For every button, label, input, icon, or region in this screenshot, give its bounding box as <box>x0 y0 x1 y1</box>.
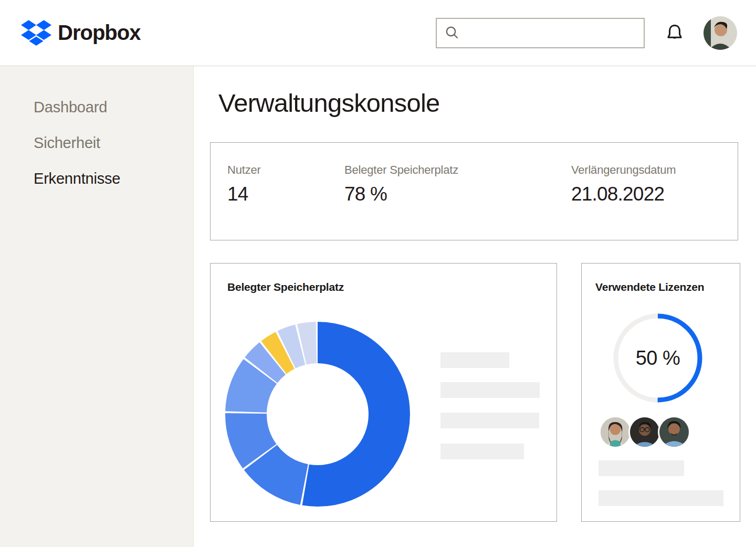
member-avatar-image <box>630 417 659 447</box>
account-avatar-image <box>704 16 737 50</box>
legend-placeholder-bar <box>440 444 524 459</box>
main-content: Verwaltungskonsole Nutzer 14 Belegter Sp… <box>194 66 756 547</box>
storage-card-title: Belegter Speicherplatz <box>227 281 344 293</box>
stat-storage-label: Belegter Speicherplatz <box>344 163 571 177</box>
sidebar-nav: Dashboard Sicherheit Erkenntnisse <box>0 66 194 547</box>
search-icon <box>444 25 460 41</box>
member-avatar <box>658 416 690 448</box>
cards-row: Belegter Speicherplatz Verwendete Lizenz… <box>210 263 740 522</box>
licenses-card: Verwendete Lizenzen 50 % <box>581 263 740 522</box>
body-row: Dashboard Sicherheit Erkenntnisse Verwal… <box>0 66 756 547</box>
member-avatar-image <box>659 417 689 447</box>
stat-users-label: Nutzer <box>227 163 344 177</box>
member-avatar <box>599 416 632 448</box>
licenses-percent-label: 50 % <box>612 312 704 404</box>
licenses-card-title: Verwendete Lizenzen <box>595 281 704 293</box>
member-avatar <box>628 416 661 448</box>
legend-placeholder-bar <box>440 352 509 368</box>
storage-donut-svg <box>225 322 410 507</box>
stats-summary-card: Nutzer 14 Belegter Speicherplatz 78 % Ve… <box>210 142 738 240</box>
stat-renewal: Verlängerungsdatum 21.08.2022 <box>571 163 729 240</box>
legend-placeholder-bar <box>440 382 540 398</box>
stat-users: Nutzer 14 <box>227 163 344 240</box>
admin-console-page: Dropbox Dashboard <box>0 0 756 547</box>
legend-placeholder-bar <box>440 413 539 428</box>
stat-storage-value: 78 % <box>344 183 571 205</box>
member-avatar-image <box>601 417 630 447</box>
sidebar-item-dashboard[interactable]: Dashboard <box>34 99 193 116</box>
page-title: Verwaltungskonsole <box>218 88 740 118</box>
stat-renewal-value: 21.08.2022 <box>571 183 729 205</box>
sidebar-item-sicherheit[interactable]: Sicherheit <box>34 134 193 152</box>
notifications-bell-icon[interactable] <box>666 23 684 43</box>
license-members-avatars <box>599 416 687 448</box>
stat-users-value: 14 <box>227 183 344 205</box>
stat-storage: Belegter Speicherplatz 78 % <box>344 163 571 240</box>
member-placeholder-bar <box>598 490 723 506</box>
dropbox-logo[interactable]: Dropbox <box>21 20 140 46</box>
licenses-progress-ring: 50 % <box>612 312 704 404</box>
search-box[interactable] <box>436 18 645 48</box>
storage-donut-chart <box>225 322 410 507</box>
dropbox-glyph-icon <box>21 20 51 46</box>
top-header: Dropbox <box>0 0 756 66</box>
sidebar-item-erkenntnisse[interactable]: Erkenntnisse <box>34 170 193 187</box>
dropbox-wordmark: Dropbox <box>58 21 140 45</box>
account-avatar[interactable] <box>704 16 737 50</box>
storage-usage-card: Belegter Speicherplatz <box>210 263 557 522</box>
search-input[interactable] <box>466 19 636 47</box>
stat-renewal-label: Verlängerungsdatum <box>571 163 729 177</box>
member-placeholder-bar <box>598 460 684 476</box>
